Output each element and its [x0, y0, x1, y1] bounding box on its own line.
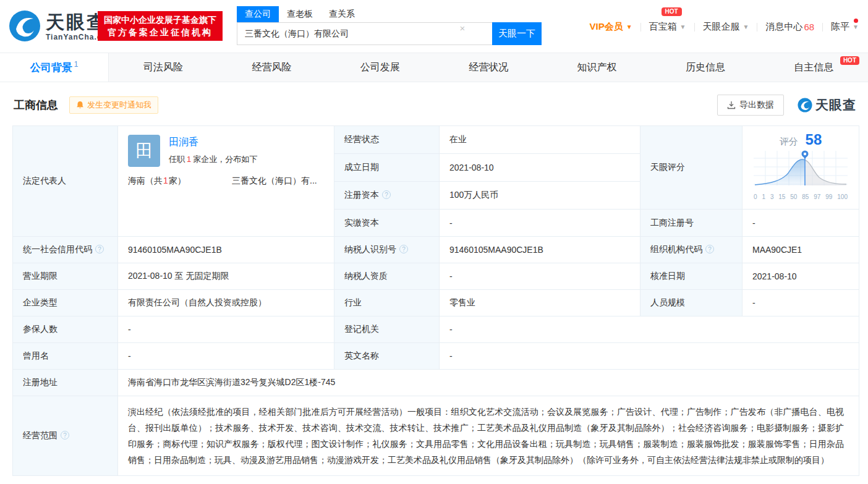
field-value: 2021-08-10 — [752, 271, 797, 281]
legal-rep-label-cell: 法定代表人 — [13, 126, 118, 237]
watermark-text: 天眼查 — [815, 96, 856, 114]
field-label: 人员规模 — [650, 297, 685, 307]
tab-operating-risk[interactable]: 经营风险 — [218, 53, 326, 82]
message-center-label: 消息中心 — [765, 21, 802, 33]
field-label: 法定代表人 — [23, 176, 66, 185]
field-value: - — [128, 325, 131, 334]
field-value: 2021-08-10 至 无固定期限 — [128, 271, 229, 281]
score-value-cell: 评分 58 — [742, 126, 859, 210]
tab-intellectual-property[interactable]: 知识产权 — [543, 53, 651, 82]
status-label-cell: 经营状态 — [334, 126, 440, 154]
field-label: 经营范围 — [23, 430, 57, 440]
field-label: 英文名称 — [344, 350, 379, 360]
field-label: 纳税人资质 — [344, 271, 388, 281]
enterprise-service-menu-item[interactable]: 天眼企服 ▼ — [695, 21, 757, 33]
help-icon[interactable]: ? — [399, 245, 408, 253]
score-label-cell: 天眼评分 — [640, 126, 742, 210]
user-menu-item[interactable]: 陈平 ▼ — [823, 21, 867, 33]
insured-count-label-cell: 参保人数 — [13, 316, 118, 343]
gov-badge-line2: 官方备案企业征信机构 — [104, 26, 216, 38]
field-label: 组织机构代码 — [650, 244, 702, 254]
gov-badge-line1: 国家中小企业发展子基金旗下 — [104, 14, 216, 26]
legal-rep-name-link[interactable]: 田润香 — [169, 136, 257, 149]
search-clear-icon[interactable]: × — [456, 22, 469, 35]
tab-company-development[interactable]: 公司发展 — [326, 53, 434, 82]
english-name-label-cell: 英文名称 — [334, 343, 440, 370]
region-text: 家） — [169, 176, 186, 185]
field-value: - — [449, 325, 453, 334]
search-tab-boss[interactable]: 查老板 — [287, 6, 313, 22]
export-data-button[interactable]: 导出数据 — [717, 95, 784, 116]
search-tab-company[interactable]: 查公司 — [237, 6, 279, 22]
staff-size-value-cell: - — [742, 290, 859, 316]
tab-label: 公司背景 — [30, 61, 72, 75]
search-button[interactable]: 天眼一下 — [492, 22, 542, 45]
tab-hot-badge: HOT — [840, 56, 859, 65]
toolbox-menu-item[interactable]: HOT 百宝箱 ▼ — [641, 21, 694, 33]
field-value: - — [752, 298, 755, 308]
legal-rep-company-link[interactable]: 三番文化（海口）有... — [232, 176, 317, 187]
field-label: 曾用名 — [23, 350, 49, 360]
field-value: 91460105MAA90CJE1B — [449, 245, 543, 255]
field-label: 核准日期 — [650, 271, 685, 281]
help-icon[interactable]: ? — [705, 245, 714, 253]
tick-label: 15 — [778, 193, 785, 200]
field-label: 参保人数 — [23, 324, 57, 334]
approval-date-label-cell: 核准日期 — [640, 263, 742, 290]
industry-value-cell: 零售业 — [440, 290, 640, 316]
field-label: 注册地址 — [23, 377, 57, 387]
taxpayer-id-value-cell: 91460105MAA90CJE1B — [440, 237, 640, 263]
field-value: 100万人民币 — [449, 190, 498, 200]
approval-date-value-cell: 2021-08-10 — [742, 263, 859, 290]
taxpayer-id-label-cell: 纳税人识别号? — [334, 237, 440, 263]
tab-operating-status[interactable]: 经营状况 — [435, 53, 543, 82]
field-label: 成立日期 — [344, 162, 379, 172]
tab-company-background[interactable]: 公司背景 1 — [0, 53, 109, 82]
field-label: 行业 — [344, 297, 362, 307]
field-label: 天眼评分 — [650, 162, 685, 172]
enterprise-service-label: 天眼企服 — [703, 21, 740, 33]
tick-label: 3 — [770, 193, 774, 200]
legal-rep-job-summary: 任职1家企业，分布如下 — [169, 154, 257, 165]
tick-label: 85 — [802, 193, 809, 200]
chevron-down-icon: ▼ — [626, 23, 632, 30]
paid-capital-label-cell: 实缴资本 — [334, 210, 440, 237]
vip-label: VIP会员 — [590, 21, 623, 33]
tab-label: 经营风险 — [252, 61, 291, 74]
est-date-label-cell: 成立日期 — [334, 154, 440, 182]
est-date-value-cell: 2021-08-10 — [440, 154, 640, 182]
section-header: 工商信息 发生变更时通知我 导出数据 天眼查 — [0, 82, 868, 125]
taxpayer-quality-label-cell: 纳税人资质 — [334, 263, 440, 290]
former-name-value-cell: - — [118, 343, 334, 370]
tab-label: 司法风险 — [143, 61, 183, 74]
avatar[interactable]: 田 — [128, 135, 160, 167]
search-input[interactable] — [237, 22, 492, 45]
notify-on-change-button[interactable]: 发生变更时通知我 — [69, 96, 158, 114]
vip-menu-item[interactable]: VIP会员 ▼ — [582, 21, 640, 33]
company-type-label-cell: 企业类型 — [13, 290, 118, 316]
field-value: MAA90CJE1 — [752, 245, 802, 255]
field-label: 统一社会信用代码 — [23, 244, 92, 254]
credit-code-value-cell: 91460105MAA90CJE1B — [118, 237, 334, 263]
tab-judicial-risk[interactable]: 司法风险 — [109, 53, 217, 82]
field-label: 实缴资本 — [344, 218, 379, 227]
field-value: - — [752, 218, 755, 228]
reg-capital-label-cell: 注册资本? — [334, 182, 440, 210]
business-term-label-cell: 营业期限 — [13, 263, 118, 290]
field-value: 在业 — [449, 134, 467, 144]
org-code-value-cell: MAA90CJE1 — [742, 237, 859, 263]
search-tab-relation[interactable]: 查关系 — [329, 6, 355, 22]
tick-label: 50 — [790, 193, 797, 200]
business-info-table: 法定代表人 田 田润香 任职1家企业，分布如下 海南（共1家） 三番文化（海口）… — [12, 125, 859, 476]
help-icon[interactable]: ? — [382, 190, 391, 199]
tab-history-info[interactable]: 历史信息 — [651, 53, 759, 82]
help-icon[interactable]: ? — [61, 431, 69, 439]
help-icon[interactable]: ? — [95, 245, 104, 253]
tab-label: 知识产权 — [577, 61, 617, 74]
reg-authority-value-cell: - — [440, 316, 859, 343]
search-area: 查公司 查老板 查关系 天眼一下 — [237, 6, 542, 45]
message-center-menu-item[interactable]: 消息中心 68 — [757, 21, 822, 33]
tab-self-published-info[interactable]: 自主信息 HOT — [760, 53, 868, 82]
reg-number-value-cell: - — [742, 210, 859, 237]
chevron-down-icon: ▼ — [853, 23, 859, 30]
